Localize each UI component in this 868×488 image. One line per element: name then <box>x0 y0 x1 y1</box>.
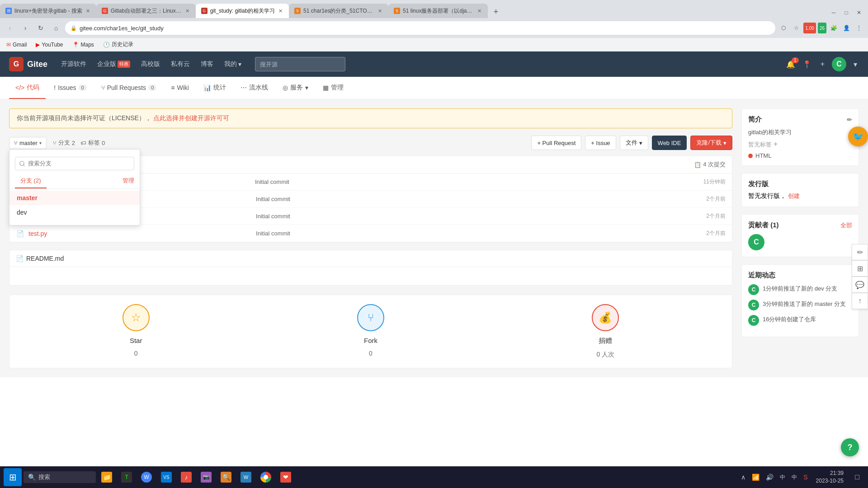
taskbar-notification-button[interactable]: □ <box>850 470 864 484</box>
bookmark-maps[interactable]: 📍 Maps <box>70 41 97 49</box>
taskbar-icon-terminal[interactable]: T <box>118 468 136 486</box>
gitee-search-box[interactable] <box>255 57 345 71</box>
branch-item-master[interactable]: master <box>9 191 140 205</box>
branch-tab-branches[interactable]: 分支 (2) <box>15 174 47 188</box>
menu-button[interactable]: ⋮ <box>854 23 864 33</box>
repo-nav-service[interactable]: ◎ 服务 ▾ <box>276 77 315 99</box>
tray-ime-icon[interactable]: 中 <box>778 472 787 483</box>
tray-volume-icon[interactable]: 🔊 <box>764 472 775 483</box>
branch-search-input[interactable] <box>15 157 134 170</box>
bookmark-youtube[interactable]: ▶ YouTube <box>33 41 66 49</box>
bookmark-gmail[interactable]: ✉ Gmail <box>4 41 29 49</box>
close-window-button[interactable]: ✕ <box>854 7 864 18</box>
file-button[interactable]: 文件 ▾ <box>620 136 648 150</box>
taskbar-icon-music[interactable]: ♪ <box>177 468 195 486</box>
refresh-button[interactable]: ↻ <box>34 22 47 34</box>
repo-nav-wiki[interactable]: ≡ Wiki <box>165 77 195 99</box>
taskbar-icon-chrome[interactable] <box>257 468 275 486</box>
license-create-link[interactable]: 点此选择并创建开源许可可 <box>153 114 229 122</box>
bookmark-button[interactable]: ☆ <box>791 23 802 33</box>
taskbar-icon-files[interactable]: 📁 <box>98 468 116 486</box>
releases-create-link[interactable]: 创建 <box>788 192 800 199</box>
intro-edit-icon[interactable]: ✏ <box>847 116 852 123</box>
browser-tab-1[interactable]: 搜 linunx+免密登录gitlab - 搜索 ✕ <box>0 4 96 18</box>
start-button[interactable]: ⊞ <box>4 468 22 486</box>
nav-blog[interactable]: 博客 <box>196 57 218 71</box>
extension-badge-green[interactable]: 26 <box>818 23 826 33</box>
taskbar-icon-app1[interactable]: 📷 <box>197 468 215 486</box>
floating-help-button[interactable]: ? <box>841 438 859 456</box>
floating-grid-button[interactable]: ⊞ <box>852 260 868 277</box>
forward-button[interactable]: › <box>19 22 32 34</box>
branch-item-dev[interactable]: dev <box>9 205 140 220</box>
repo-nav-manage[interactable]: ▦ 管理 <box>316 77 350 99</box>
tab-close-5[interactable]: ✕ <box>476 7 482 15</box>
tab-close-1[interactable]: ✕ <box>85 7 91 15</box>
repo-nav-issues[interactable]: ! Issues 0 <box>47 77 93 99</box>
location-icon[interactable]: 📍 <box>801 58 813 70</box>
browser-tab-3[interactable]: G git_study: gitlab的相关学习 ✕ <box>196 4 289 18</box>
add-new-button[interactable]: + <box>819 58 826 70</box>
gitee-logo[interactable]: G Gitee <box>9 57 47 71</box>
gitee-search-input[interactable] <box>255 57 345 71</box>
taskbar-icon-ide[interactable]: VS <box>157 468 175 486</box>
floating-chat-button[interactable]: 💬 <box>852 277 868 293</box>
file-name-4[interactable]: test.py <box>28 230 251 237</box>
pull-request-button[interactable]: + Pull Request <box>531 136 581 150</box>
nav-enterprise[interactable]: 企业版 特惠 <box>93 57 135 71</box>
browser-tab-4[interactable]: 5 51 char1es的分类_51CTO博客 ✕ <box>289 4 388 18</box>
user-avatar[interactable]: C <box>832 57 846 71</box>
home-button[interactable]: ⌂ <box>50 22 62 34</box>
repo-nav-pr[interactable]: ⑂ Pull Requests 0 <box>95 77 163 99</box>
browser-tab-2[interactable]: G Gitlab自动部署之三：Linux某某 ✕ <box>96 4 196 18</box>
tray-network-icon[interactable]: 📶 <box>750 472 761 483</box>
bookmark-history[interactable]: 🕐 历史记录 <box>100 40 136 49</box>
address-bar[interactable]: 🔒 gitee.com/char1es_lec/git_study <box>65 21 775 35</box>
nav-university[interactable]: 高校版 <box>137 57 165 71</box>
tags-stat[interactable]: 🏷 标签 0 <box>80 139 105 147</box>
tray-ime2-icon[interactable]: 中 <box>790 472 799 483</box>
nav-private-cloud[interactable]: 私有云 <box>166 57 194 71</box>
new-tab-button[interactable]: + <box>490 5 502 18</box>
floating-up-button[interactable]: ↑ <box>852 293 868 309</box>
repo-nav-pipeline[interactable]: ⋯ 流水线 <box>234 77 274 99</box>
issue-button[interactable]: + Issue <box>585 136 616 150</box>
nav-mine[interactable]: 我的 ▾ <box>220 57 246 71</box>
taskbar-icon-search[interactable]: 🔍 <box>217 468 235 486</box>
user-menu-arrow[interactable]: ▾ <box>852 58 859 70</box>
nav-opensoftware[interactable]: 开源软件 <box>57 57 91 71</box>
browser-tab-5[interactable]: 5 51 linux服务器部署（以django项… ✕ <box>388 4 488 18</box>
add-tag-button[interactable]: + <box>774 140 778 148</box>
star-circle[interactable]: ☆ <box>123 304 150 331</box>
tab-close-4[interactable]: ✕ <box>377 7 383 15</box>
branch-manage-link[interactable]: 管理 <box>123 174 134 188</box>
donate-circle[interactable]: 💰 <box>592 304 619 331</box>
taskbar-search[interactable]: 🔍 搜索 <box>24 471 96 483</box>
repo-nav-stats[interactable]: 📊 统计 <box>197 77 232 99</box>
taskbar-icon-word[interactable]: W <box>237 468 255 486</box>
taskbar-icon-browser[interactable]: W <box>137 468 156 486</box>
contributors-all-link[interactable]: 全部 <box>840 221 852 230</box>
notification-button[interactable]: 🔔 1 <box>786 60 795 69</box>
repo-nav-code[interactable]: </> 代码 <box>9 77 46 99</box>
branches-stat[interactable]: ⑂ 分支 2 <box>53 139 75 147</box>
floating-edit-button[interactable]: ✏ <box>852 244 868 260</box>
maximize-button[interactable]: □ <box>841 7 852 18</box>
profile-button[interactable]: 👤 <box>841 23 852 33</box>
web-ide-button[interactable]: Web IDE <box>652 136 687 150</box>
tab-close-3[interactable]: ✕ <box>278 7 283 15</box>
back-button[interactable]: ‹ <box>4 22 16 34</box>
taskbar-icon-app2[interactable]: ❤ <box>277 468 295 486</box>
contributor-avatar-1[interactable]: C <box>748 234 764 250</box>
branch-select-button[interactable]: ⑂ master ▾ <box>9 137 47 149</box>
floating-bird-button[interactable]: 🐦 <box>848 127 868 146</box>
tab-close-2[interactable]: ✕ <box>184 7 190 15</box>
minimize-button[interactable]: ─ <box>828 7 839 18</box>
tray-up-arrow[interactable]: ∧ <box>739 472 747 483</box>
taskbar-clock[interactable]: 21:39 2023-10-25 <box>813 469 846 486</box>
clone-download-button[interactable]: 克隆/下载 ▾ <box>690 136 732 150</box>
extension-badge-red[interactable]: 1.00 <box>803 23 816 33</box>
fork-circle[interactable]: ⑂ <box>357 304 384 331</box>
tray-app-icon[interactable]: S <box>802 472 809 483</box>
extensions-button[interactable]: 🧩 <box>828 23 839 33</box>
